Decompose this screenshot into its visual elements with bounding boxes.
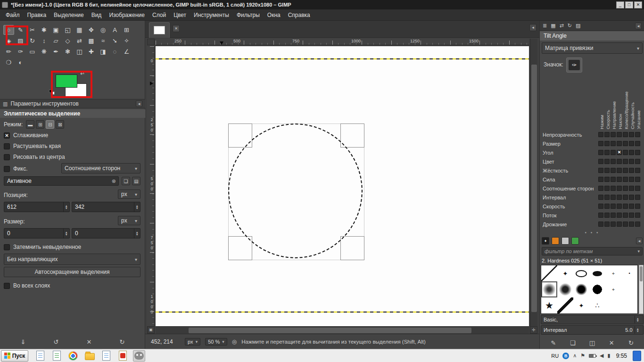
dynamics-checkbox[interactable] — [611, 204, 616, 209]
dynamics-checkbox[interactable] — [598, 132, 603, 137]
dynamics-checkbox[interactable] — [617, 132, 622, 137]
tool-perspective[interactable]: ◇ — [62, 36, 73, 46]
dynamics-checkbox[interactable] — [604, 204, 610, 209]
dynamics-checkbox[interactable] — [629, 141, 634, 146]
minimize-button[interactable]: _ — [616, 1, 624, 8]
tab-strip-menu-button[interactable]: ◂ — [529, 24, 537, 31]
tray-network-icon[interactable]: ▮ — [608, 353, 611, 359]
tool-color-picker[interactable]: ✧ — [121, 36, 132, 46]
save-preset-button[interactable]: ❏ — [122, 177, 130, 185]
dynamics-checkbox[interactable] — [604, 195, 610, 200]
dynamics-checkbox[interactable] — [604, 150, 610, 155]
menu-item[interactable]: Правка — [24, 9, 50, 21]
selection-handle-bottom-right[interactable] — [340, 236, 364, 260]
auto-shrink-button[interactable]: Автосокращение выделения — [4, 267, 140, 277]
brush-grid-scrollbar-thumb[interactable] — [640, 266, 643, 281]
brush-thumbnail[interactable] — [605, 281, 621, 297]
tool-shear[interactable]: ▱ — [50, 36, 61, 46]
brush-grid-scrollbar[interactable] — [639, 265, 644, 314]
dynamics-checkbox[interactable] — [629, 195, 634, 200]
taskbar-folder-icon[interactable] — [83, 350, 96, 362]
swap-colors-icon[interactable]: ⇄ — [80, 70, 84, 76]
unit-dropdown[interactable]: px — [185, 338, 200, 346]
mapping-matrix-dropdown[interactable]: Матрица привязки — [542, 42, 643, 54]
tool-perspective-clone[interactable]: ◨ — [98, 47, 108, 57]
tag-entry-stepper[interactable] — [635, 316, 641, 323]
manage-presets-button[interactable]: ▤ — [132, 177, 140, 185]
taskbar-pdf-icon[interactable] — [116, 350, 129, 362]
fixed-checkbox[interactable] — [4, 166, 10, 172]
dynamics-checkbox[interactable] — [598, 186, 603, 191]
menu-item[interactable]: Фильтры — [233, 9, 264, 21]
brush-thumbnail[interactable] — [573, 297, 589, 313]
tool-align[interactable]: ⊞ — [121, 25, 132, 35]
menu-item[interactable]: Справка — [284, 9, 314, 21]
brush-thumbnail[interactable] — [621, 265, 637, 281]
tool-zoom[interactable]: ◎ — [98, 25, 108, 35]
tray-chevron-icon[interactable]: ∧ — [573, 353, 577, 359]
horizontal-ruler[interactable]: 250500750100012501500 — [156, 39, 529, 45]
pattern-icon[interactable]: ▨ — [576, 23, 580, 29]
dynamics-checkbox[interactable] — [611, 195, 616, 200]
dynamics-checkbox[interactable] — [598, 159, 603, 164]
dynamics-checkbox[interactable] — [617, 159, 622, 164]
dynamics-checkbox[interactable] — [635, 141, 640, 146]
tab-close-icon[interactable]: ✕ — [173, 25, 180, 32]
tool-mypaint-brush[interactable]: ❃ — [62, 47, 73, 57]
mode-intersect[interactable]: ⊠ — [56, 120, 64, 129]
menu-item[interactable]: Файл — [2, 9, 24, 21]
tool-rotate[interactable]: ↻ — [27, 36, 38, 46]
dynamics-checkbox[interactable] — [629, 159, 634, 164]
dynamics-checkbox[interactable] — [635, 204, 640, 209]
dynamics-checkbox[interactable] — [598, 141, 603, 146]
dynamics-checkbox[interactable] — [617, 186, 622, 191]
brush-thumbnail[interactable] — [589, 281, 605, 297]
image-tab[interactable] — [149, 22, 170, 38]
dynamics-checkbox[interactable] — [617, 204, 622, 209]
size-unit-dropdown[interactable]: px — [118, 216, 140, 225]
delete-brush-icon[interactable]: ✕ — [605, 337, 618, 348]
dynamics-checkbox[interactable] — [611, 141, 616, 146]
dynamics-checkbox[interactable] — [604, 141, 610, 146]
mode-subtract[interactable]: ⊟ — [46, 120, 54, 129]
foreground-color-swatch[interactable] — [56, 74, 77, 88]
dynamics-checkbox[interactable]: ✕ — [617, 150, 622, 155]
brush-thumbnail[interactable] — [557, 281, 573, 297]
dynamics-checkbox[interactable] — [629, 213, 634, 218]
dynamics-checkbox[interactable] — [629, 150, 634, 155]
dynamics-checkbox[interactable] — [604, 222, 610, 227]
dynamics-checkbox[interactable] — [623, 150, 628, 155]
taskbar-chrome-icon[interactable] — [67, 350, 79, 362]
dynamics-checkbox[interactable] — [604, 159, 610, 164]
tool-preset-input[interactable]: Активное ⊗ — [4, 176, 119, 186]
brush-thumbnail[interactable] — [605, 265, 621, 281]
tool-unified-transform[interactable]: ▦ — [74, 25, 85, 35]
dynamics-checkbox[interactable] — [629, 168, 634, 173]
maximize-button[interactable]: □ — [625, 1, 633, 8]
clock[interactable]: 9:55 — [614, 353, 629, 359]
menu-item[interactable]: Окна — [264, 9, 284, 21]
dynamics-checkbox[interactable] — [611, 222, 616, 227]
taskbar-document-icon[interactable] — [34, 350, 46, 362]
dynamics-checkbox[interactable] — [598, 204, 603, 209]
delete-presets-icon[interactable]: ✕ — [83, 337, 95, 347]
dynamics-checkbox[interactable] — [604, 132, 610, 137]
tool-fuzzy-select[interactable]: ✱ — [39, 25, 50, 35]
dynamics-preset-name[interactable]: Tilt Angle — [540, 31, 644, 41]
horizontal-scrollbar-thumb[interactable] — [189, 328, 471, 333]
dynamics-checkbox[interactable] — [635, 168, 640, 173]
dynamics-checkbox[interactable] — [623, 132, 628, 137]
dynamics-checkbox[interactable] — [617, 177, 622, 182]
brushes-menu-button[interactable]: ◂ — [636, 238, 643, 244]
ruler-corner-button[interactable] — [147, 39, 155, 45]
vertical-scrollbar[interactable] — [530, 39, 537, 326]
mode-replace[interactable]: ▬ — [26, 120, 34, 129]
tool-scale[interactable]: ↕ — [39, 36, 50, 46]
dynamics-checkbox[interactable] — [635, 195, 640, 200]
tool-heal[interactable]: ✚ — [86, 47, 97, 57]
dynamics-checkbox[interactable] — [629, 186, 634, 191]
dynamics-checkbox[interactable] — [635, 213, 640, 218]
dynamics-checkbox[interactable] — [611, 177, 616, 182]
brush-thumbnail[interactable] — [573, 281, 589, 297]
tool-free-select[interactable]: ✎ — [15, 25, 26, 35]
